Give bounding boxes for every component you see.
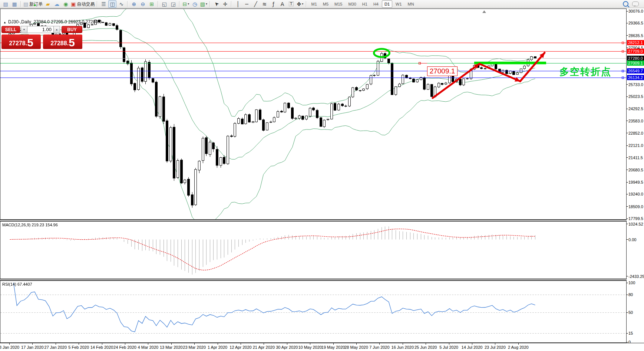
vertical-line-icon[interactable]: │ (234, 0, 242, 8)
date-tick-label: 28 May 2020 (343, 345, 369, 350)
fibonacci-icon[interactable]: ƒ (269, 0, 277, 8)
price-tick-label: 18509.0 (628, 204, 643, 209)
buy-price-pip: 5 (69, 37, 75, 48)
buy-price-panel[interactable]: 27288.5 (43, 35, 82, 49)
volume-input[interactable] (27, 26, 54, 33)
sell-price-panel[interactable]: 27278.5 (1, 35, 41, 49)
timeframe-W1[interactable]: W1 (393, 0, 404, 8)
dropdown-caret-icon[interactable]: ▾ (206, 3, 207, 6)
date-tick-label: 5 Feb 2020 (66, 345, 92, 350)
collapse-triangle-icon[interactable]: ▲ (3, 21, 6, 24)
chart-title: ▲DJ30-,Daily 27084.0 27295.0 26923.0 272… (3, 19, 102, 24)
toolbar-separator (97, 1, 98, 7)
timeframe-H4[interactable]: H4 (371, 0, 381, 8)
price-tick-label: 25023.5 (628, 94, 643, 99)
horizontal-line-icon: ─ (245, 1, 248, 7)
text-icon: A (281, 1, 284, 7)
date-tick-label: 10 May 2020 (297, 345, 323, 350)
new-chart-icon[interactable]: ⊟▾ (182, 0, 190, 8)
arrange-chart-icon[interactable]: ◱ (160, 0, 168, 8)
date-tick-label: 23 Jul 2020 (482, 345, 508, 350)
timeframe-D1[interactable]: D1 (382, 0, 392, 8)
signal-icon: ◉ (63, 1, 68, 7)
main-chart-pane: ▲DJ30-,Daily 27084.0 27295.0 26923.0 272… (0, 9, 627, 220)
tile-windows-icon[interactable]: ⊞ (148, 0, 156, 8)
clock-icon[interactable]: ◷ (191, 0, 199, 8)
cursor-icon: ➤ (213, 0, 219, 7)
shapes-icon[interactable]: ✥▾ (296, 0, 304, 8)
zoom-in-icon: ⊕ (132, 1, 136, 7)
price-badge: 27009.1 (627, 60, 644, 66)
price-chart-canvas[interactable] (0, 9, 626, 219)
label-icon[interactable]: T (287, 0, 295, 8)
data-window-icon[interactable]: ▦ (10, 0, 19, 8)
text-icon[interactable]: A (278, 0, 286, 8)
new-order-icon[interactable]: ▤✚新订单 (23, 0, 43, 8)
dropdown-caret-icon[interactable]: ▾ (188, 3, 189, 6)
price-callout-27009[interactable]: 27009.1 (427, 66, 458, 76)
zoom-out-icon[interactable]: ⊖ (139, 0, 147, 8)
date-tick-label: 17 Jan 2020 (19, 345, 45, 350)
price-badge: 27709.0 (627, 49, 644, 54)
chart-list-icon[interactable]: ▤ (1, 0, 10, 8)
rsi-tick-label: 15 (628, 331, 633, 335)
rsi-canvas[interactable] (0, 281, 626, 342)
date-tick-label: 14 Jul 2020 (459, 345, 485, 350)
macd-canvas[interactable] (0, 222, 626, 279)
bar-chart-icon[interactable]: ☰ (99, 0, 108, 8)
template-icon[interactable]: ▧▾ (199, 0, 208, 8)
plus-overlay-icon: ✚ (34, 4, 36, 7)
chat-icon[interactable] (632, 1, 639, 6)
chart-ohlc-values: 27084.0 27295.0 26923.0 27280.0 (34, 19, 102, 24)
timeframe-M1[interactable]: M1 (308, 0, 319, 8)
cursor-icon[interactable]: ➤ (212, 0, 220, 8)
search-icon[interactable] (623, 1, 628, 7)
trendline-icon: ╱ (254, 1, 257, 7)
channel-icon: ≋ (262, 1, 267, 7)
cloud-icon[interactable]: ☁ (53, 0, 61, 8)
volume-decrease-button[interactable]: ▼ (21, 26, 27, 33)
macd-tick-label: 0.00 (628, 237, 636, 242)
gold-icon[interactable]: ▰ (44, 0, 52, 8)
time-axis[interactable]: 8 Jan 202017 Jan 202027 Jan 20205 Feb 20… (0, 343, 644, 351)
timeframe-H1[interactable]: H1 (360, 0, 370, 8)
toolbar-separator (20, 1, 21, 7)
macd-pane: MACD(12,26,9) 219.23 154.96 (0, 221, 627, 279)
price-tick-label: 29366.5 (628, 21, 643, 25)
channel-icon[interactable]: ≋ (260, 0, 268, 8)
signal-icon[interactable]: ◉ (62, 0, 70, 8)
turning-point-annotation[interactable]: 多空转折点 (559, 65, 611, 78)
horizontal-line-icon[interactable]: ─ (242, 0, 251, 8)
candlestick-icon: ◫ (110, 1, 115, 7)
macd-tick-label: 1024.52 (628, 222, 643, 226)
trendline-icon[interactable]: ╱ (251, 0, 260, 8)
line-chart-icon[interactable]: ∿ (117, 0, 125, 8)
data-window-icon: ▦ (12, 1, 17, 7)
autotrade-icon[interactable]: ▣自动交易 (70, 0, 95, 8)
line-chart-icon: ∿ (119, 1, 124, 7)
timeframe-M30[interactable]: M30 (346, 0, 359, 8)
candlestick-icon[interactable]: ◫ (108, 0, 116, 8)
date-tick-label: 23 Mar 2020 (181, 345, 207, 350)
buy-button[interactable]: BUY (62, 26, 82, 33)
price-tick-label: 24292.5 (628, 106, 643, 111)
price-tick-label: 21411.5 (628, 155, 643, 160)
tile-windows-icon: ⊞ (150, 1, 154, 7)
crosshair-icon[interactable]: ✛ (221, 0, 229, 8)
toolbar-separator (158, 1, 158, 7)
sell-button[interactable]: SELL (1, 26, 20, 33)
zoom-in-icon[interactable]: ⊕ (130, 0, 138, 8)
shift-chart-icon[interactable]: ◲ (169, 0, 177, 8)
price-axis-column[interactable]: 30076.029366.528635.527904.526464.025733… (627, 9, 644, 343)
volume-increase-button[interactable]: ▲ (53, 26, 60, 33)
fibonacci-icon: ƒ (273, 1, 274, 7)
label-icon: T (289, 1, 294, 6)
price-tick-label: 19240.0 (628, 192, 643, 196)
macd-tick-label: -2433.25 (628, 274, 644, 279)
dropdown-caret-icon[interactable]: ▾ (302, 3, 303, 6)
timeframe-MN[interactable]: MN (405, 0, 417, 8)
sell-price-pip: 5 (27, 37, 33, 48)
timeframe-M15[interactable]: M15 (332, 0, 345, 8)
price-tick-label: 28635.5 (628, 33, 643, 38)
timeframe-M5[interactable]: M5 (320, 0, 331, 8)
